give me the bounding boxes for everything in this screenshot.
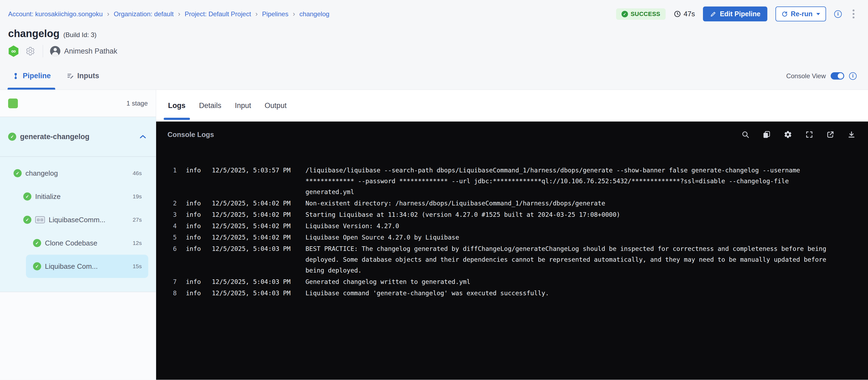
tree-item-changelog[interactable]: ✓ changelog 46s bbox=[0, 162, 156, 185]
console-view-toggle[interactable] bbox=[831, 72, 844, 80]
success-check-icon: ✓ bbox=[33, 239, 41, 247]
execution-sidebar: 1 stage ✓ generate-changelog ✓ changelog… bbox=[0, 90, 156, 380]
tab-output[interactable]: Output bbox=[264, 90, 287, 121]
page-header: Account: kurosakiichigo.songoku › Organi… bbox=[0, 0, 868, 62]
breadcrumb-current[interactable]: changelog bbox=[300, 10, 330, 18]
console-log-output: 1 info 12/5/2025, 5:03:57 PM /liquibase/… bbox=[156, 147, 868, 299]
search-icon[interactable] bbox=[741, 130, 749, 139]
chevron-up-icon[interactable] bbox=[140, 135, 146, 139]
stage-name: generate-changelog bbox=[20, 133, 90, 141]
duration-indicator: 47s bbox=[674, 10, 695, 18]
copy-icon[interactable] bbox=[763, 130, 771, 139]
step-detail-tabs: Logs Details Input Output bbox=[156, 90, 868, 121]
pipeline-tabbar: Pipeline Inputs Console View i bbox=[0, 62, 868, 90]
console-panel: Console Logs bbox=[156, 121, 868, 380]
tab-inputs[interactable]: Inputs bbox=[67, 62, 99, 90]
chevron-right-icon: › bbox=[107, 10, 110, 18]
success-check-icon: ✓ bbox=[23, 193, 31, 201]
inputs-icon bbox=[67, 72, 74, 80]
status-label: SUCCESS bbox=[631, 10, 660, 18]
sidebar-empty-area bbox=[0, 292, 156, 380]
console-title: Console Logs bbox=[167, 130, 214, 139]
stage-count: 1 stage bbox=[126, 99, 148, 107]
author-name: Animesh Pathak bbox=[64, 47, 117, 56]
refresh-icon bbox=[781, 11, 788, 17]
divider bbox=[43, 45, 43, 57]
tab-logs[interactable]: Logs bbox=[167, 90, 186, 121]
step-duration: 46s bbox=[132, 170, 142, 176]
info-icon[interactable]: i bbox=[834, 10, 842, 18]
log-line: 3 info 12/5/2025, 5:04:02 PM Starting Li… bbox=[167, 209, 852, 220]
status-badge: ✓ SUCCESS bbox=[616, 8, 666, 20]
step-duration: 15s bbox=[132, 263, 142, 269]
console-view-label: Console View bbox=[786, 72, 826, 80]
gear-icon[interactable] bbox=[25, 46, 35, 56]
fullscreen-icon[interactable] bbox=[805, 130, 813, 139]
tab-details[interactable]: Details bbox=[198, 90, 222, 121]
log-line: 8 info 12/5/2025, 5:04:03 PM Liquibase c… bbox=[167, 288, 852, 298]
chevron-right-icon: › bbox=[293, 10, 295, 18]
build-id: (Build Id: 3) bbox=[63, 31, 97, 39]
log-line: 1 info 12/5/2025, 5:03:57 PM /liquibase/… bbox=[167, 165, 852, 197]
tree-item-liquibase-command-selected[interactable]: ✓ Liquibase Com... 15s bbox=[26, 255, 148, 278]
caret-down-icon bbox=[816, 13, 820, 15]
tab-input[interactable]: Input bbox=[234, 90, 252, 121]
step-duration: 12s bbox=[132, 240, 142, 246]
rerun-button[interactable]: Re-run bbox=[775, 6, 826, 21]
breadcrumb-project[interactable]: Project: Default Project bbox=[185, 10, 251, 18]
pencil-icon bbox=[710, 11, 716, 17]
chevron-right-icon: › bbox=[255, 10, 258, 18]
step-duration: 19s bbox=[132, 193, 142, 200]
download-icon[interactable] bbox=[847, 130, 856, 139]
console-view-info-icon[interactable]: i bbox=[849, 72, 857, 80]
breadcrumb: Account: kurosakiichigo.songoku › Organi… bbox=[8, 10, 329, 18]
tab-pipeline[interactable]: Pipeline bbox=[12, 62, 51, 90]
log-line: 2 info 12/5/2025, 5:04:02 PM Non-existen… bbox=[167, 198, 852, 209]
success-check-icon: ✓ bbox=[33, 262, 41, 270]
success-check-icon: ✓ bbox=[8, 133, 16, 141]
log-line: 6 info 12/5/2025, 5:04:03 PM BEST PRACTI… bbox=[167, 243, 852, 276]
step-tree: ✓ changelog 46s ✓ Initialize 19s ✓ Liqui… bbox=[0, 156, 156, 292]
pipeline-icon bbox=[12, 72, 20, 80]
tree-item-clone-codebase[interactable]: ✓ Clone Codebase 12s bbox=[0, 231, 156, 255]
breadcrumb-organization[interactable]: Organization: default bbox=[114, 10, 174, 18]
step-duration: 27s bbox=[132, 216, 142, 223]
duration-text: 47s bbox=[683, 10, 695, 18]
page-title: changelog bbox=[8, 28, 60, 39]
breadcrumb-account[interactable]: Account: kurosakiichigo.songoku bbox=[8, 10, 103, 18]
success-check-icon: ✓ bbox=[621, 11, 628, 17]
open-in-new-icon[interactable] bbox=[826, 130, 834, 139]
edit-pipeline-button[interactable]: Edit Pipeline bbox=[703, 6, 767, 21]
chevron-right-icon: › bbox=[178, 10, 181, 18]
success-check-icon: ✓ bbox=[13, 169, 22, 177]
tree-item-liquibase-command-group[interactable]: ✓ LiquibaseComm... 27s bbox=[0, 208, 156, 231]
ci-module-icon: ∞ bbox=[8, 46, 19, 57]
clock-icon bbox=[674, 10, 681, 18]
log-line: 4 info 12/5/2025, 5:04:02 PM Liquibase V… bbox=[167, 221, 852, 231]
stage-status-square-icon bbox=[8, 98, 18, 108]
breadcrumb-pipelines[interactable]: Pipelines bbox=[262, 10, 288, 18]
stage-header-generate-changelog[interactable]: ✓ generate-changelog bbox=[0, 117, 156, 156]
tree-item-initialize[interactable]: ✓ Initialize 19s bbox=[0, 185, 156, 208]
step-group-icon bbox=[35, 216, 45, 223]
avatar bbox=[50, 46, 60, 56]
log-line: 5 info 12/5/2025, 5:04:02 PM Liquibase O… bbox=[167, 232, 852, 243]
settings-gear-icon[interactable] bbox=[783, 130, 792, 139]
success-check-icon: ✓ bbox=[23, 216, 31, 224]
log-line: 7 info 12/5/2025, 5:04:03 PM Generated c… bbox=[167, 276, 852, 287]
more-options-menu[interactable] bbox=[850, 8, 857, 20]
